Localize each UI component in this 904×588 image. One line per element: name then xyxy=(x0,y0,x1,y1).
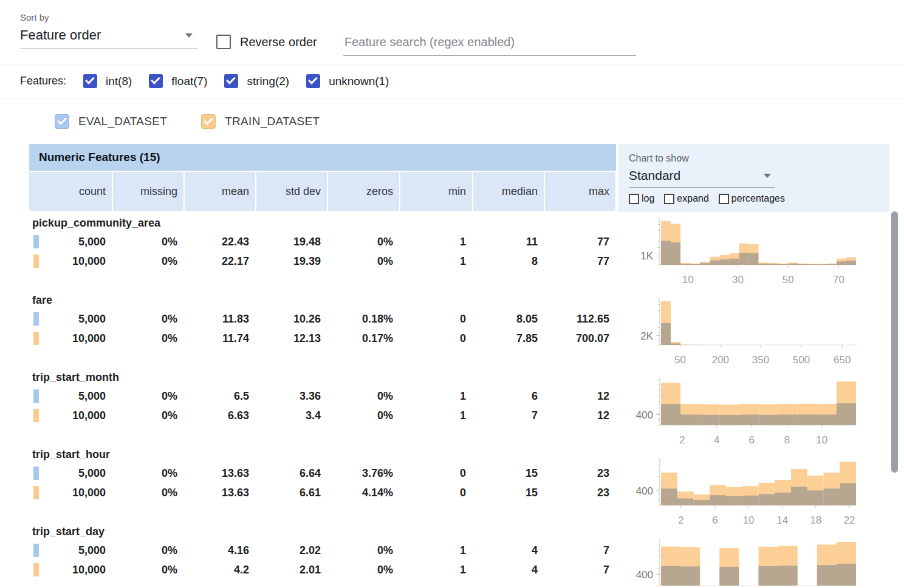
feature-search-input[interactable] xyxy=(343,33,636,56)
stat-cell: 0% xyxy=(113,483,183,502)
chart-controls-panel: Chart to show Standard logexpandpercenta… xyxy=(618,144,889,212)
stat-value: 11.74 xyxy=(222,332,249,345)
feature-type-checkbox[interactable] xyxy=(149,74,163,88)
svg-text:70: 70 xyxy=(833,274,844,285)
stat-cell: 0 xyxy=(400,483,472,502)
feature-type-checkbox[interactable] xyxy=(83,74,97,88)
feature-type-filter-item: string(2) xyxy=(224,74,289,88)
stat-value: 15 xyxy=(526,487,538,499)
hist-bar xyxy=(680,415,700,425)
stat-value: 0% xyxy=(162,409,177,422)
dataset-legend-item: TRAIN_DATASET xyxy=(201,114,320,129)
stat-value: 0 xyxy=(460,467,466,480)
feature-name: trip_start_day xyxy=(29,522,615,541)
stat-value: 3.4 xyxy=(306,409,321,422)
row-spacer xyxy=(29,425,615,443)
stat-value: 0% xyxy=(377,236,393,248)
stat-value: 1 xyxy=(460,390,466,403)
chart-option-checkbox[interactable] xyxy=(629,194,639,204)
stat-value: 0.18% xyxy=(362,313,393,326)
sort-by-select[interactable]: Feature order xyxy=(20,22,197,49)
stat-value: 5,000 xyxy=(78,544,106,557)
hist-bar xyxy=(726,496,742,505)
stat-value: 0% xyxy=(377,390,393,403)
chevron-down-icon xyxy=(185,33,193,38)
column-header-missing: missing xyxy=(113,172,183,211)
chart-option-checkboxes: logexpandpercentages xyxy=(629,193,889,204)
stat-cell: 13.63 xyxy=(185,463,255,483)
stat-cell: 4 xyxy=(473,560,544,579)
hist-bar xyxy=(719,415,739,425)
stat-cell: 10,000 xyxy=(29,251,112,271)
stat-cell: 10,000 xyxy=(29,329,112,348)
stat-value: 5,000 xyxy=(78,390,106,403)
chart-type-select[interactable]: Standard xyxy=(629,164,775,188)
stat-value: 19.48 xyxy=(293,236,321,248)
chart-option[interactable]: log xyxy=(629,193,654,204)
feature-type-checkbox[interactable] xyxy=(224,74,238,88)
stat-cell: 11.83 xyxy=(185,309,255,329)
toolbar: Sort by Feature order Reverse order xyxy=(0,0,904,64)
stat-cell: 112.65 xyxy=(545,309,615,329)
hist-bar xyxy=(817,415,837,425)
stat-cell: 0 xyxy=(400,309,472,329)
feature-name: trip_start_hour xyxy=(29,445,615,463)
dataset-swatch-train xyxy=(33,486,39,499)
dataset-checkbox[interactable] xyxy=(201,114,216,129)
chart-option[interactable]: percentages xyxy=(719,193,785,204)
hist-bar xyxy=(778,264,788,265)
hist-bar xyxy=(661,566,680,586)
stat-value: 3.76% xyxy=(362,467,393,480)
hist-bar xyxy=(759,264,769,265)
stat-cell: 10.26 xyxy=(256,309,327,329)
feature-histogram-block: 2K50200350500650 xyxy=(618,295,889,372)
feature-histogram-block: 400246810 xyxy=(618,375,889,453)
stat-cell: 2.01 xyxy=(256,560,327,579)
column-header-std-dev: std dev xyxy=(256,172,327,211)
stat-cell: 0% xyxy=(113,406,183,425)
svg-text:18: 18 xyxy=(810,514,821,526)
stat-cell: 0% xyxy=(113,560,183,579)
stat-cell: 12 xyxy=(545,406,615,425)
stat-value: 7.85 xyxy=(516,332,538,345)
column-header-min: min xyxy=(400,172,472,211)
reverse-order-checkbox[interactable] xyxy=(216,35,231,49)
hist-bar xyxy=(671,344,680,345)
feature-name: trip_start_month xyxy=(29,368,615,386)
vertical-scrollbar-thumb[interactable] xyxy=(891,211,898,473)
reverse-order-control[interactable]: Reverse order xyxy=(216,35,317,49)
chart-option-checkbox[interactable] xyxy=(719,194,729,204)
hist-bar xyxy=(837,261,846,265)
stat-cell: 8.05 xyxy=(473,309,544,329)
stat-cell: 3.4 xyxy=(256,406,327,425)
chart-option-checkbox[interactable] xyxy=(664,194,674,204)
dataset-checkbox[interactable] xyxy=(55,114,69,129)
hist-bar xyxy=(837,403,856,425)
hist-bar xyxy=(700,415,719,425)
stat-value: 6.5 xyxy=(234,390,249,403)
stat-cell: 22.17 xyxy=(185,251,255,271)
stat-value: 700.07 xyxy=(576,332,609,345)
stat-cell: 15 xyxy=(473,483,544,502)
stat-cell: 1 xyxy=(400,386,472,406)
svg-text:22: 22 xyxy=(844,514,855,526)
stat-value: 4.2 xyxy=(234,564,249,576)
hist-bar xyxy=(778,415,798,425)
stat-value: 0% xyxy=(377,544,393,557)
hist-bar xyxy=(661,488,677,505)
hist-bar xyxy=(817,565,837,586)
stat-cell: 7 xyxy=(545,560,615,579)
chart-option-label: percentages xyxy=(731,193,785,204)
stat-value: 19.39 xyxy=(293,255,321,268)
stat-value: 0% xyxy=(162,236,177,248)
feature-type-checkbox[interactable] xyxy=(306,74,320,88)
stat-value: 0% xyxy=(377,409,393,422)
stat-cell: 4.14% xyxy=(328,483,399,502)
feature-type-filter-item: float(7) xyxy=(149,74,207,88)
stats-grid: countmissingmeanstd devzerosminmedianmax… xyxy=(29,172,616,588)
chart-option[interactable]: expand xyxy=(664,193,709,204)
stat-cell: 0 xyxy=(400,463,472,483)
stat-cell: 0% xyxy=(113,463,183,483)
stat-cell: 0% xyxy=(328,541,399,560)
stat-value: 0% xyxy=(162,487,177,499)
